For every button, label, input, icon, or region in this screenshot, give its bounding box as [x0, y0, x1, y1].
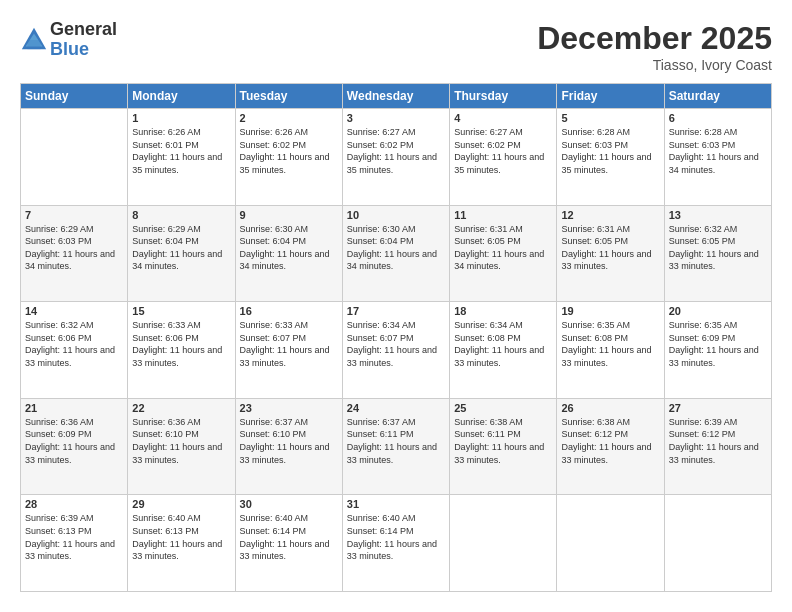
location: Tiasso, Ivory Coast	[537, 57, 772, 73]
day-info: Sunrise: 6:30 AMSunset: 6:04 PMDaylight:…	[347, 223, 445, 273]
day-info: Sunrise: 6:27 AMSunset: 6:02 PMDaylight:…	[347, 126, 445, 176]
day-number: 30	[240, 498, 338, 510]
day-number: 16	[240, 305, 338, 317]
calendar-cell: 20Sunrise: 6:35 AMSunset: 6:09 PMDayligh…	[664, 302, 771, 399]
header-day: Friday	[557, 84, 664, 109]
day-info: Sunrise: 6:32 AMSunset: 6:06 PMDaylight:…	[25, 319, 123, 369]
day-info: Sunrise: 6:35 AMSunset: 6:08 PMDaylight:…	[561, 319, 659, 369]
day-number: 8	[132, 209, 230, 221]
day-info: Sunrise: 6:40 AMSunset: 6:14 PMDaylight:…	[347, 512, 445, 562]
calendar-cell: 2Sunrise: 6:26 AMSunset: 6:02 PMDaylight…	[235, 109, 342, 206]
day-number: 23	[240, 402, 338, 414]
calendar-cell	[557, 495, 664, 592]
calendar-cell: 8Sunrise: 6:29 AMSunset: 6:04 PMDaylight…	[128, 205, 235, 302]
day-info: Sunrise: 6:32 AMSunset: 6:05 PMDaylight:…	[669, 223, 767, 273]
calendar-cell: 16Sunrise: 6:33 AMSunset: 6:07 PMDayligh…	[235, 302, 342, 399]
day-info: Sunrise: 6:36 AMSunset: 6:09 PMDaylight:…	[25, 416, 123, 466]
day-info: Sunrise: 6:33 AMSunset: 6:06 PMDaylight:…	[132, 319, 230, 369]
logo-icon	[20, 26, 48, 54]
day-info: Sunrise: 6:38 AMSunset: 6:11 PMDaylight:…	[454, 416, 552, 466]
calendar-cell: 21Sunrise: 6:36 AMSunset: 6:09 PMDayligh…	[21, 398, 128, 495]
calendar-cell: 25Sunrise: 6:38 AMSunset: 6:11 PMDayligh…	[450, 398, 557, 495]
calendar-cell: 24Sunrise: 6:37 AMSunset: 6:11 PMDayligh…	[342, 398, 449, 495]
day-number: 27	[669, 402, 767, 414]
calendar-cell: 3Sunrise: 6:27 AMSunset: 6:02 PMDaylight…	[342, 109, 449, 206]
day-number: 13	[669, 209, 767, 221]
calendar-cell: 6Sunrise: 6:28 AMSunset: 6:03 PMDaylight…	[664, 109, 771, 206]
calendar-cell: 23Sunrise: 6:37 AMSunset: 6:10 PMDayligh…	[235, 398, 342, 495]
day-info: Sunrise: 6:35 AMSunset: 6:09 PMDaylight:…	[669, 319, 767, 369]
day-number: 15	[132, 305, 230, 317]
day-number: 25	[454, 402, 552, 414]
calendar-cell: 11Sunrise: 6:31 AMSunset: 6:05 PMDayligh…	[450, 205, 557, 302]
header-day: Tuesday	[235, 84, 342, 109]
calendar-cell: 22Sunrise: 6:36 AMSunset: 6:10 PMDayligh…	[128, 398, 235, 495]
day-info: Sunrise: 6:30 AMSunset: 6:04 PMDaylight:…	[240, 223, 338, 273]
day-number: 2	[240, 112, 338, 124]
header-day: Sunday	[21, 84, 128, 109]
header-day: Saturday	[664, 84, 771, 109]
day-number: 14	[25, 305, 123, 317]
calendar-week: 21Sunrise: 6:36 AMSunset: 6:09 PMDayligh…	[21, 398, 772, 495]
day-number: 4	[454, 112, 552, 124]
calendar-cell: 31Sunrise: 6:40 AMSunset: 6:14 PMDayligh…	[342, 495, 449, 592]
day-number: 28	[25, 498, 123, 510]
header-day: Monday	[128, 84, 235, 109]
calendar-cell: 15Sunrise: 6:33 AMSunset: 6:06 PMDayligh…	[128, 302, 235, 399]
day-number: 10	[347, 209, 445, 221]
day-number: 9	[240, 209, 338, 221]
day-info: Sunrise: 6:31 AMSunset: 6:05 PMDaylight:…	[454, 223, 552, 273]
calendar-cell: 5Sunrise: 6:28 AMSunset: 6:03 PMDaylight…	[557, 109, 664, 206]
calendar-cell: 19Sunrise: 6:35 AMSunset: 6:08 PMDayligh…	[557, 302, 664, 399]
header: General Blue December 2025 Tiasso, Ivory…	[20, 20, 772, 73]
day-info: Sunrise: 6:28 AMSunset: 6:03 PMDaylight:…	[669, 126, 767, 176]
day-number: 24	[347, 402, 445, 414]
calendar-cell	[450, 495, 557, 592]
day-info: Sunrise: 6:38 AMSunset: 6:12 PMDaylight:…	[561, 416, 659, 466]
day-number: 17	[347, 305, 445, 317]
logo-text: General Blue	[50, 20, 117, 60]
day-number: 3	[347, 112, 445, 124]
day-number: 12	[561, 209, 659, 221]
calendar-cell: 10Sunrise: 6:30 AMSunset: 6:04 PMDayligh…	[342, 205, 449, 302]
day-info: Sunrise: 6:26 AMSunset: 6:01 PMDaylight:…	[132, 126, 230, 176]
day-number: 7	[25, 209, 123, 221]
day-number: 22	[132, 402, 230, 414]
day-number: 1	[132, 112, 230, 124]
calendar-cell: 30Sunrise: 6:40 AMSunset: 6:14 PMDayligh…	[235, 495, 342, 592]
day-info: Sunrise: 6:34 AMSunset: 6:07 PMDaylight:…	[347, 319, 445, 369]
day-info: Sunrise: 6:39 AMSunset: 6:13 PMDaylight:…	[25, 512, 123, 562]
day-info: Sunrise: 6:40 AMSunset: 6:14 PMDaylight:…	[240, 512, 338, 562]
header-day: Wednesday	[342, 84, 449, 109]
day-info: Sunrise: 6:28 AMSunset: 6:03 PMDaylight:…	[561, 126, 659, 176]
page: General Blue December 2025 Tiasso, Ivory…	[0, 0, 792, 612]
calendar-cell: 9Sunrise: 6:30 AMSunset: 6:04 PMDaylight…	[235, 205, 342, 302]
day-number: 5	[561, 112, 659, 124]
day-info: Sunrise: 6:37 AMSunset: 6:11 PMDaylight:…	[347, 416, 445, 466]
day-number: 20	[669, 305, 767, 317]
calendar-cell: 17Sunrise: 6:34 AMSunset: 6:07 PMDayligh…	[342, 302, 449, 399]
day-number: 6	[669, 112, 767, 124]
calendar-cell	[664, 495, 771, 592]
day-info: Sunrise: 6:37 AMSunset: 6:10 PMDaylight:…	[240, 416, 338, 466]
calendar-cell: 14Sunrise: 6:32 AMSunset: 6:06 PMDayligh…	[21, 302, 128, 399]
logo: General Blue	[20, 20, 117, 60]
day-info: Sunrise: 6:29 AMSunset: 6:03 PMDaylight:…	[25, 223, 123, 273]
month-title: December 2025	[537, 20, 772, 57]
logo-general: General	[50, 20, 117, 40]
day-info: Sunrise: 6:34 AMSunset: 6:08 PMDaylight:…	[454, 319, 552, 369]
day-info: Sunrise: 6:36 AMSunset: 6:10 PMDaylight:…	[132, 416, 230, 466]
title-section: December 2025 Tiasso, Ivory Coast	[537, 20, 772, 73]
header-day: Thursday	[450, 84, 557, 109]
calendar-week: 28Sunrise: 6:39 AMSunset: 6:13 PMDayligh…	[21, 495, 772, 592]
calendar-cell: 27Sunrise: 6:39 AMSunset: 6:12 PMDayligh…	[664, 398, 771, 495]
calendar-cell: 7Sunrise: 6:29 AMSunset: 6:03 PMDaylight…	[21, 205, 128, 302]
calendar-cell: 4Sunrise: 6:27 AMSunset: 6:02 PMDaylight…	[450, 109, 557, 206]
day-number: 19	[561, 305, 659, 317]
svg-rect-2	[27, 40, 40, 49]
day-number: 26	[561, 402, 659, 414]
calendar-week: 1Sunrise: 6:26 AMSunset: 6:01 PMDaylight…	[21, 109, 772, 206]
day-info: Sunrise: 6:27 AMSunset: 6:02 PMDaylight:…	[454, 126, 552, 176]
day-number: 18	[454, 305, 552, 317]
calendar-cell: 1Sunrise: 6:26 AMSunset: 6:01 PMDaylight…	[128, 109, 235, 206]
